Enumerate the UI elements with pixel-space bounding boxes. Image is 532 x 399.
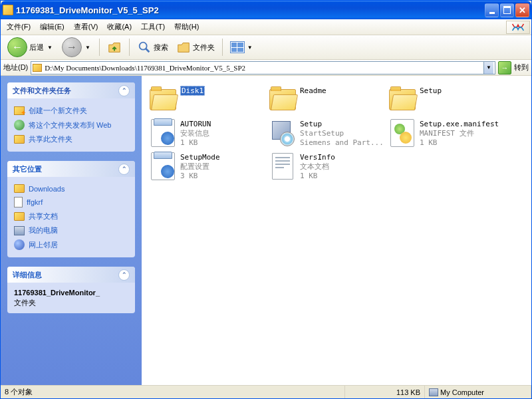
window-title: 11769381_DriveMonitor_V5_5_SP2 — [16, 5, 485, 15]
file-item[interactable]: Setup.exe.manifestMANIFEST 文件1 KB — [386, 117, 506, 149]
file-item[interactable]: AUTORUN安装信息1 KB — [147, 117, 267, 149]
address-path: D:\My Documents\Downloads\11769381_Drive… — [45, 64, 481, 72]
address-dropdown[interactable]: ▼ — [483, 62, 493, 74]
maximize-button[interactable] — [500, 3, 514, 17]
throbber-icon — [506, 21, 530, 34]
globe-icon — [14, 120, 25, 130]
place-network[interactable]: 网上邻居 — [14, 237, 128, 252]
place-my-computer[interactable]: 我的电脑 — [14, 223, 128, 237]
panel-body: 11769381_DriveMonitor_ 文件夹 — [7, 283, 135, 313]
go-button[interactable]: → — [498, 61, 511, 74]
menu-favorites[interactable]: 收藏(A) — [102, 20, 136, 34]
statusbar: 8 个对象 113 KB My Computer — [1, 385, 531, 398]
installer-icon — [269, 120, 296, 146]
config-file-icon — [151, 119, 175, 147]
folder-icon — [150, 89, 176, 110]
toolbar: ← 后退 ▼ → ▼ 搜索 文件夹 ▼ — [1, 35, 531, 60]
collapse-icon[interactable]: ⌃ — [118, 85, 130, 96]
back-button[interactable]: ← 后退 ▼ — [5, 35, 57, 59]
panel-details: 详细信息 ⌃ 11769381_DriveMonitor_ 文件夹 — [7, 267, 135, 313]
folder-icon — [3, 5, 13, 15]
panel-header[interactable]: 其它位置 ⌃ — [7, 161, 135, 177]
folders-button[interactable]: 文件夹 — [174, 38, 217, 57]
place-ffgkrf[interactable]: ffgkrf — [14, 195, 128, 209]
separator — [129, 39, 130, 56]
folder-icon — [389, 89, 416, 110]
status-objects: 8 个对象 — [1, 386, 345, 398]
file-meta: 文本文档 — [300, 162, 385, 172]
file-name: VersInfo — [300, 153, 335, 162]
back-icon: ← — [7, 37, 27, 57]
menu-file[interactable]: 文件(F) — [2, 20, 35, 34]
panel-body: Downloads ffgkrf 共享文档 我的电脑 — [7, 177, 135, 257]
chevron-down-icon[interactable]: ▼ — [47, 45, 53, 51]
file-item[interactable]: SetupStartSetupSiemens and Part... — [267, 117, 386, 149]
share-folder-icon — [14, 135, 25, 144]
file-name: Readme — [300, 86, 327, 95]
folder-icon — [33, 64, 42, 72]
folder-icon — [14, 212, 25, 221]
file-item[interactable]: SetupMode配置设置3 KB — [147, 150, 267, 182]
tasks-pane: 文件和文件夹任务 ⌃ 创建一个新文件夹 将这个文件夹发布到 Web 共享此文件夹 — [1, 76, 142, 385]
file-name: Setup.exe.manifest — [420, 120, 499, 128]
file-name: AUTORUN — [180, 120, 211, 128]
file-meta: 配置设置 — [180, 162, 265, 172]
collapse-icon[interactable]: ⌃ — [118, 269, 130, 281]
file-item[interactable]: VersInfo文本文档1 KB — [267, 150, 386, 182]
file-list[interactable]: Disk1ReadmeSetupAUTORUN安装信息1 KBSetupStar… — [142, 76, 531, 385]
views-button[interactable]: ▼ — [227, 39, 257, 55]
menu-edit[interactable]: 编辑(E) — [35, 20, 69, 34]
file-name: Setup — [300, 120, 322, 128]
menubar: 文件(F) 编辑(E) 查看(V) 收藏(A) 工具(T) 帮助(H) — [1, 19, 531, 35]
file-item[interactable]: Readme — [267, 84, 386, 116]
manifest-file-icon — [390, 119, 414, 147]
status-location: My Computer — [425, 386, 531, 398]
place-shared-docs[interactable]: 共享文档 — [14, 209, 128, 223]
menu-tools[interactable]: 工具(T) — [136, 20, 170, 34]
file-meta: 安装信息 — [180, 129, 265, 138]
chevron-down-icon[interactable]: ▼ — [247, 45, 253, 51]
panel-header[interactable]: 文件和文件夹任务 ⌃ — [7, 82, 135, 98]
window-controls: ✕ — [485, 3, 529, 17]
search-button[interactable]: 搜索 — [134, 38, 171, 57]
task-publish-web[interactable]: 将这个文件夹发布到 Web — [14, 118, 128, 132]
document-icon — [14, 197, 23, 207]
file-meta: Siemens and Part... — [300, 138, 385, 148]
address-input[interactable]: D:\My Documents\Downloads\11769381_Drive… — [31, 61, 495, 74]
panel-other-places: 其它位置 ⌃ Downloads ffgkrf 共享文档 — [7, 161, 135, 257]
file-item[interactable]: Setup — [386, 84, 506, 116]
panel-header[interactable]: 详细信息 ⌃ — [7, 267, 135, 283]
forward-button[interactable]: → ▼ — [59, 35, 94, 59]
menu-help[interactable]: 帮助(H) — [170, 20, 203, 34]
minimize-button[interactable] — [485, 3, 499, 17]
file-name: Disk1 — [180, 86, 205, 96]
panel-file-tasks: 文件和文件夹任务 ⌃ 创建一个新文件夹 将这个文件夹发布到 Web 共享此文件夹 — [7, 82, 135, 152]
config-file-icon — [151, 152, 175, 180]
file-meta: 1 KB — [420, 138, 505, 148]
up-folder-icon — [107, 40, 122, 55]
separator — [99, 39, 100, 56]
place-downloads[interactable]: Downloads — [14, 182, 128, 195]
details-name: 11769381_DriveMonitor_ — [14, 288, 128, 298]
up-button[interactable] — [104, 38, 124, 57]
details-type: 文件夹 — [14, 298, 128, 308]
network-icon — [14, 239, 25, 250]
panel-body: 创建一个新文件夹 将这个文件夹发布到 Web 共享此文件夹 — [7, 98, 135, 152]
chevron-down-icon[interactable]: ▼ — [85, 45, 90, 51]
file-meta: StartSetup — [300, 129, 385, 138]
task-share-folder[interactable]: 共享此文件夹 — [14, 132, 128, 146]
views-icon — [230, 41, 245, 53]
addressbar: 地址(D) D:\My Documents\Downloads\11769381… — [1, 60, 531, 76]
task-new-folder[interactable]: 创建一个新文件夹 — [14, 104, 128, 118]
titlebar[interactable]: 11769381_DriveMonitor_V5_5_SP2 ✕ — [1, 1, 531, 19]
go-label: 转到 — [514, 63, 529, 72]
file-item[interactable]: Disk1 — [147, 84, 267, 116]
search-icon — [137, 40, 152, 55]
folder-icon — [269, 89, 296, 110]
folders-icon — [176, 40, 191, 55]
menu-view[interactable]: 查看(V) — [69, 20, 103, 34]
collapse-icon[interactable]: ⌃ — [118, 164, 130, 175]
close-button[interactable]: ✕ — [515, 3, 529, 17]
file-meta: MANIFEST 文件 — [420, 129, 505, 138]
forward-icon: → — [62, 37, 82, 57]
